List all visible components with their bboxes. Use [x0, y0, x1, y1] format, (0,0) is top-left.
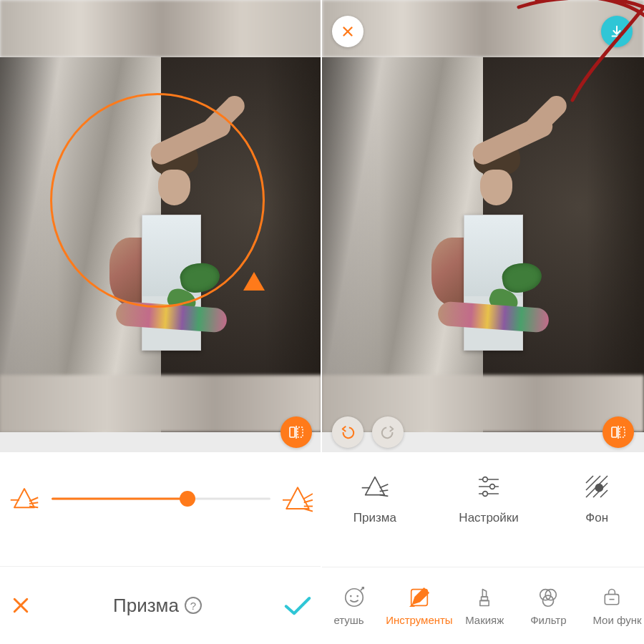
- tool-title-label: Призма: [113, 595, 179, 617]
- help-button[interactable]: ?: [185, 597, 202, 614]
- svg-line-16: [586, 476, 593, 483]
- tool-label: Призма: [353, 511, 396, 525]
- tool-prism[interactable]: Призма: [353, 471, 396, 525]
- svg-rect-0: [290, 427, 295, 437]
- left-pane: Призма ?: [0, 0, 322, 644]
- prism-high-icon: [280, 482, 315, 516]
- image-canvas[interactable]: [0, 0, 322, 432]
- tab-label: Инструменты: [386, 614, 453, 626]
- tab-tools[interactable]: Инструменты: [386, 585, 453, 626]
- svg-rect-27: [480, 600, 489, 605]
- pencil-icon: [407, 585, 431, 610]
- tab-label: Фильтр: [530, 614, 566, 626]
- tab-label: Макияж: [465, 614, 504, 626]
- svg-rect-8: [620, 427, 625, 437]
- compare-button[interactable]: [602, 416, 634, 448]
- tab-myfunctions[interactable]: Мои функ: [580, 585, 644, 626]
- tool-label: Фон: [585, 511, 608, 525]
- bag-icon: [600, 585, 624, 610]
- tools-panel: Призма Настройки: [322, 452, 644, 567]
- prism-selection-handle[interactable]: [243, 272, 265, 291]
- tool-settings[interactable]: Настройки: [459, 471, 518, 525]
- svg-rect-7: [612, 427, 617, 437]
- bottom-bar: Призма ?: [0, 567, 322, 644]
- hatch-icon: [581, 471, 613, 502]
- tool-label: Настройки: [459, 511, 518, 525]
- redo-button[interactable]: [372, 416, 404, 448]
- circles-icon: [536, 585, 560, 610]
- close-button[interactable]: [332, 16, 364, 47]
- tab-label: Мои функ: [592, 614, 641, 626]
- svg-point-30: [543, 595, 554, 606]
- svg-rect-26: [482, 597, 488, 600]
- tab-makeup[interactable]: Макияж: [453, 585, 517, 626]
- right-pane: Призма Настройки: [322, 0, 644, 644]
- bottom-tabbar: етушь Инструменты Макияж: [322, 567, 644, 644]
- apply-button[interactable]: [283, 595, 312, 616]
- compare-button[interactable]: [280, 416, 312, 448]
- prism-low-icon: [7, 482, 42, 516]
- face-icon: [342, 585, 366, 610]
- sliders-icon: [473, 471, 504, 502]
- slider-thumb[interactable]: [180, 491, 195, 507]
- lipstick-icon: [472, 585, 497, 610]
- intensity-slider[interactable]: [52, 484, 270, 513]
- tool-background[interactable]: Фон: [581, 471, 613, 525]
- slider-panel: [0, 452, 322, 567]
- svg-point-23: [350, 595, 352, 597]
- image-canvas[interactable]: [322, 0, 644, 432]
- tab-label: етушь: [333, 614, 364, 626]
- svg-point-13: [490, 484, 495, 489]
- tab-retouch[interactable]: етушь: [322, 585, 386, 626]
- svg-point-15: [483, 492, 488, 497]
- svg-rect-1: [298, 427, 303, 437]
- svg-point-21: [595, 484, 604, 492]
- tab-filter[interactable]: Фильтр: [517, 585, 580, 626]
- save-download-button[interactable]: [601, 16, 633, 47]
- svg-point-11: [483, 477, 488, 482]
- prism-icon: [359, 471, 391, 502]
- tool-title: Призма ?: [113, 595, 202, 617]
- undo-button[interactable]: [332, 416, 364, 448]
- svg-point-24: [356, 595, 358, 597]
- svg-point-22: [345, 589, 362, 606]
- cancel-button[interactable]: [10, 595, 31, 616]
